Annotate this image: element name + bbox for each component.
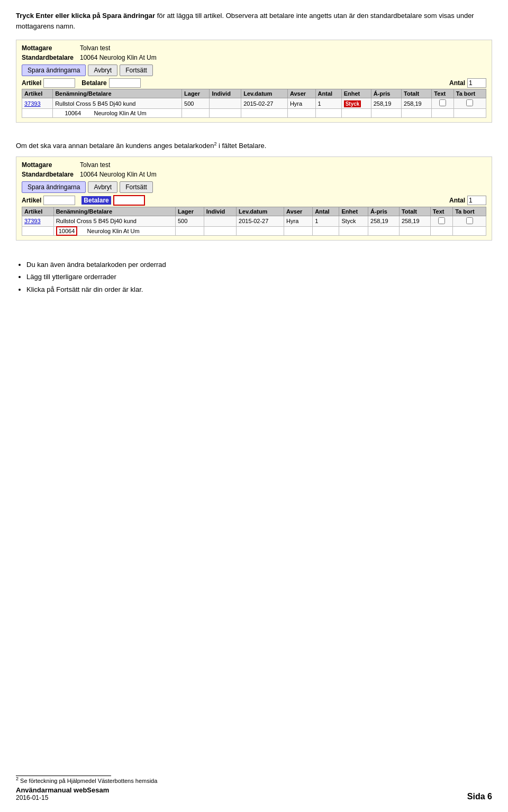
spacer2 [16,243,492,253]
cell-avser: Hyra [287,98,315,109]
cell-sub-individ [210,109,241,118]
p2-th-artikel: Artikel [22,207,54,216]
p2-cell-lev-datum: 2015-02-27 [237,216,284,226]
footer-bottom: Användarmanual webSesam 2016-01-15 Sida … [16,786,492,801]
p2-cell-sub-individ [204,226,236,235]
panel1: Mottagare Tolvan test Standardbetalare 1… [16,40,492,123]
cell-sub-lager [182,109,210,118]
cell-totalt: 258,19 [402,98,432,109]
panel2-mottagare-value: Tolvan test [80,161,110,169]
panel2-antal-input[interactable] [467,196,486,205]
footnote-text: Se förteckning på Hjälpmedel Västerbotte… [20,778,157,784]
p2-cell-sub-antal [313,226,339,235]
footer-date: 2016-01-15 [16,794,109,801]
table-row-sub: 10064 Neurolog Klin At Um [22,109,486,118]
intro-bold: Tryck Enter eller klicka på Spara ändrin… [16,12,155,20]
panel2-cancel-button[interactable]: Avbryt [88,181,117,193]
panel1-artikel-input[interactable] [43,78,75,88]
p2-artikel-link[interactable]: 37393 [24,218,41,224]
panel2-antal-label: Antal [449,197,465,204]
panel2-artikel-col: Artikel Betalare [22,195,145,206]
panel2-mottagare-row: Mottagare Tolvan test [22,161,486,169]
cell-sub-antal [315,109,341,118]
p2-th-ta-bort: Ta bort [453,207,486,216]
cell-sub-avser [287,109,315,118]
th-a-pris: Á-pris [371,89,401,98]
bullet-item-2: Lägg till ytterligare orderrader [26,271,492,283]
p2-cell-ta-bort [453,216,486,226]
p2-cell-text [430,216,453,226]
th-avser: Avser [287,89,315,98]
panel1-std-label: Standardbetalare [22,54,80,61]
th-enhet: Enhet [341,89,371,98]
cell-sub-benamning: 10064 Neurolog Klin At Um [53,109,182,118]
p2-th-antal: Antal [313,207,339,216]
panel1-buttons: Spara ändringarna Avbryt Fortsätt [22,64,486,76]
p2-ta-bort-checkbox[interactable] [466,217,473,224]
panel2-std-label: Standardbetalare [22,171,80,178]
enhet-badge: Styck [344,100,361,107]
mid-paragraph: Om det ska vara annan betalare än kunden… [16,141,492,151]
bullet-item-3: Klicka på Fortsätt när din order är klar… [26,283,492,296]
spacer1 [16,125,492,135]
panel1-betalare-label: Betalare [81,79,106,87]
p2-th-totalt: Totalt [399,207,430,216]
panel1-artikel-col: Artikel Betalare [22,78,141,88]
ta-bort-checkbox[interactable] [466,99,473,106]
panel2-antal-section: Antal [449,196,486,205]
panel2-std-row: Standardbetalare 10064 Neurolog Klin At … [22,171,486,178]
bullet-item-1: Du kan även ändra betalarkoden per order… [26,259,492,271]
th-artikel: Artikel [22,89,53,98]
p2-text-checkbox[interactable] [438,217,445,224]
p2-th-lev-datum: Lev.datum [237,207,284,216]
footnote-2: 2 [16,776,19,781]
th-benamning: Benämning/Betalare [53,89,182,98]
panel2-betalare-input[interactable] [113,195,145,206]
cell-antal: 1 [315,98,341,109]
p2-cell-sub-artikel [22,226,54,235]
artikel-link[interactable]: 37393 [24,100,41,107]
panel2-continue-button[interactable]: Fortsätt [120,181,153,193]
text-checkbox[interactable] [439,99,446,106]
cell-lager: 500 [182,98,210,109]
cell-sub-totalt [402,109,432,118]
p2-th-text: Text [430,207,453,216]
p2-cell-sub-text [430,226,453,235]
panel1-artikel-label: Artikel [22,79,41,87]
panel1-mottagare-value: Tolvan test [80,44,110,52]
p2-cell-sub-a-pris [368,226,400,235]
p2-sub-betalarkod: 10064 [56,226,78,236]
p2-cell-sub-totalt [399,226,430,235]
panel1-antal-input[interactable] [467,78,486,88]
cell-sub-a-pris [371,109,401,118]
cell-artikel: 37393 [22,98,53,109]
panel1-std-value: 10064 Neurolog Klin At Um [80,54,157,61]
panel1-antal-section: Antal [449,78,486,88]
panel2-buttons: Spara ändringarna Avbryt Fortsätt [22,181,486,193]
panel1-cancel-button[interactable]: Avbryt [88,64,117,76]
panel2-save-button[interactable]: Spara ändringarna [22,181,86,193]
th-lager: Lager [182,89,210,98]
panel1-table: Artikel Benämning/Betalare Lager Individ… [22,89,486,118]
cell-enhet: Styck [341,98,371,109]
cell-a-pris: 258,19 [371,98,401,109]
th-ta-bort: Ta bort [453,89,486,98]
p2-cell-sub-enhet [339,226,368,235]
cell-sub-enhet [341,109,371,118]
p2-cell-sub-benamning: 10064 Neurolog Klin At Um [53,226,175,235]
footer-note: 2 Se förteckning på Hjälpmedel Västerbot… [16,776,492,784]
p2-cell-a-pris: 258,19 [368,216,400,226]
panel2-artikel-label: Artikel [22,197,41,204]
p2-cell-sub-avser [284,226,313,235]
panel1-betalare-input[interactable] [109,78,141,88]
panel1-continue-button[interactable]: Fortsätt [120,64,153,76]
panel2-artikel-input[interactable] [43,196,75,205]
p2-th-benamning: Benämning/Betalare [53,207,175,216]
panel1-save-button[interactable]: Spara ändringarna [22,64,86,76]
panel2: Mottagare Tolvan test Standardbetalare 1… [16,156,492,241]
panel2-betalare-label: Betalare [81,196,111,205]
cell-sub-ta-bort [453,109,486,118]
cell-benamning: Rullstol Cross 5 B45 Dj40 kund [53,98,182,109]
cell-sub-lev [241,109,288,118]
sub-betalarkod: 10064 [55,110,81,116]
